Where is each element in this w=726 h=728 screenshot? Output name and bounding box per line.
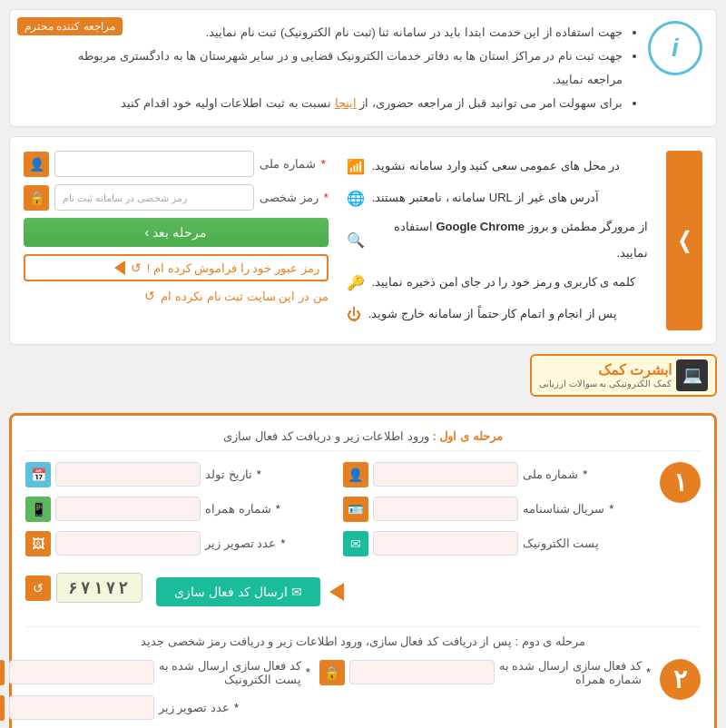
captcha-display: ۶۷۱۷۲ ↺ [25, 573, 142, 603]
step2-grid: * کد فعال سازی ارسال شده بهشماره همراه 🔒… [0, 659, 651, 721]
wifi-icon: 📶 [347, 151, 365, 182]
password-row: * رمز شخصی 🔒 [24, 184, 329, 211]
lock3-icon: 🔒 [0, 660, 5, 685]
help-logo: 💻 ابشرت کمک کمک الکترونیکی به سوالات ارز… [530, 354, 717, 397]
here-link[interactable]: اینجا [335, 96, 357, 110]
search-icon: 🔍 [347, 224, 365, 256]
step2-content: ۲ * کد فعال سازی ارسال شده بهشماره همراه… [25, 659, 701, 728]
chrome-text: Google Chrome [436, 220, 525, 233]
step1-fields: * شماره ملی 👤 * تاریخ تولد 📅 * سر [25, 462, 651, 615]
arrow-icon [114, 261, 125, 275]
captcha-input-1[interactable] [55, 531, 201, 556]
id-icon: 🪪 [343, 497, 368, 522]
tip-4: کلمه ی کاربری و رمز خود را در جای امن ذخ… [347, 267, 648, 299]
serial-row: * سریال شناسنامه 🪪 [343, 497, 652, 522]
birth-date-row: * تاریخ تولد 📅 [25, 462, 334, 487]
send-code-button[interactable]: ✉ ارسال کد فعال سازی [156, 577, 320, 606]
national-id-input[interactable] [54, 151, 254, 177]
email-row: پست الکترونیک ✉ [343, 531, 652, 556]
national-id-reg-input[interactable] [373, 462, 518, 487]
mobile-label: شماره همراه [205, 502, 271, 516]
lock-icon: 🔒 [24, 185, 49, 211]
submit-button[interactable]: مرحله بعد › [24, 218, 329, 247]
url-icon: 🌐 [347, 182, 365, 214]
key-icon: 🔑 [347, 267, 365, 299]
refresh-icon: ↺ [131, 261, 142, 275]
info-item-1: جهت استفاده از این خدمت ابتدا باید در سا… [55, 21, 623, 44]
help-logo-sub: کمک الکترونیکی به سوالات ارزیابی [539, 379, 672, 389]
info-box: مراجعه کننده محترم i جهت استفاده از این … [9, 9, 717, 127]
activation-code-row: * کد فعال سازی ارسال شده بهپست الکترونیک… [0, 659, 310, 686]
captcha-send-row: ✉ ارسال کد فعال سازی ۶۷۱۷۲ ↺ [25, 570, 651, 606]
tip-2: آدرس های غیر از URL سامانه ، نامعتبر هست… [347, 182, 648, 214]
activation-sent-label: کد فعال سازی ارسال شده بهشماره همراه [499, 659, 642, 686]
user2-icon: 👤 [343, 462, 368, 487]
login-section: ❭ در محل های عمومی سعی کنید وارد سامانه … [9, 136, 717, 345]
tip-5: پس از انجام و اتمام کار حتماً از سامانه … [347, 299, 648, 330]
captcha-label-1: عدد تصویر زیر [205, 536, 276, 550]
email-label: پست الکترونیک [523, 536, 600, 550]
captcha-row-2: * عدد تصویر زیر 🖼 [0, 695, 310, 721]
register-icon: ↺ [144, 289, 155, 303]
sidebar-logo: ❭ [666, 151, 702, 330]
forgot-password-link[interactable]: رمز عبور خود را فراموش کرده ام ! ↺ [24, 254, 329, 281]
national-id-reg-row: * شماره ملی 👤 [343, 462, 652, 487]
help-bar: 💻 ابشرت کمک کمک الکترونیکی به سوالات ارز… [9, 354, 717, 406]
step2-header: مرحله ی دوم : پس از دریافت کد فعال سازی،… [25, 626, 701, 648]
captcha-value: ۶۷۱۷۲ [56, 573, 142, 603]
captcha-icon-1: 🖼 [25, 531, 51, 556]
help-logo-icon: 💻 [676, 359, 708, 391]
registration-section: مرحله ی اول : ورود اطلاعات زیر و دریافت … [9, 413, 717, 728]
national-id-label: شماره ملی [260, 157, 316, 171]
password-label: رمز شخصی [260, 191, 319, 204]
step1-content: ۱ * شماره ملی 👤 * تاریخ تولد 📅 [25, 462, 701, 615]
serial-input[interactable] [373, 497, 518, 521]
email-input[interactable] [373, 531, 518, 556]
activation-code-input[interactable] [9, 660, 154, 684]
step2-fields: * کد فعال سازی ارسال شده بهشماره همراه 🔒… [0, 659, 651, 728]
lock2-icon: 🔒 [319, 660, 345, 685]
mobile-icon: 📱 [25, 497, 51, 522]
info-item-3: برای سهولت امر می توانید قبل از مراجعه ح… [55, 92, 623, 115]
mobile-row: * شماره همراه 📱 [25, 497, 334, 522]
email-icon: ✉ [343, 531, 368, 556]
step1-header: مرحله ی اول : ورود اطلاعات زیر و دریافت … [25, 429, 701, 451]
step1-grid: * شماره ملی 👤 * تاریخ تولد 📅 * سر [25, 462, 651, 556]
serial-label: سریال شناسنامه [523, 502, 605, 516]
activation-sent-input[interactable] [349, 660, 495, 684]
login-form: * شماره ملی 👤 * رمز شخصی 🔒 مرحله بعد › ر… [24, 151, 329, 303]
step1-badge: ۱ [660, 462, 701, 503]
activation-code-label: کد فعال سازی ارسال شده بهپست الکترونیک [159, 659, 301, 686]
step2-sidebar: ۲ [660, 659, 701, 700]
send-btn-row: ✉ ارسال کد فعال سازی [156, 577, 344, 606]
login-tips: در محل های عمومی سعی کنید وارد سامانه نش… [347, 151, 648, 330]
tip-3: از مرورگر مطمئن و بروز Google Chrome است… [347, 214, 648, 266]
user-icon: 👤 [24, 152, 49, 177]
register-link[interactable]: من در این سایت ثبت نام نکرده ام ↺ [24, 289, 329, 303]
birth-date-input[interactable] [55, 462, 201, 487]
info-content: جهت استفاده از این خدمت ابتدا باید در سا… [55, 21, 639, 115]
page-wrapper: مراجعه کننده محترم i جهت استفاده از این … [0, 0, 726, 728]
step1-sidebar: ۱ [660, 462, 701, 503]
captcha-input-2[interactable] [9, 695, 154, 720]
captcha-refresh-btn[interactable]: ↺ [25, 576, 51, 601]
arrow-send [329, 583, 344, 601]
tip-1: در محل های عمومی سعی کنید وارد سامانه نش… [347, 151, 648, 182]
logout-icon: ⏻ [347, 299, 361, 330]
captcha-label-2: عدد تصویر زیر [159, 701, 230, 714]
help-logo-main: ابشرت کمک [539, 361, 672, 379]
birth-date-label: تاریخ تولد [205, 467, 252, 481]
info-item-2: جهت ثبت نام در مراکز استان ها به دفاتر خ… [55, 44, 623, 92]
activation-sent-row: * کد فعال سازی ارسال شده بهشماره همراه 🔒 [319, 659, 651, 686]
info-label: مراجعه کننده محترم [17, 17, 123, 35]
password-input[interactable] [54, 184, 254, 211]
calendar-icon: 📅 [25, 462, 51, 487]
national-id-row: * شماره ملی 👤 [24, 151, 329, 177]
captcha-icon-2: 🖼 [0, 695, 5, 721]
captcha-row-1: * عدد تصویر زیر 🖼 [25, 531, 334, 556]
national-id-reg-label: شماره ملی [523, 467, 579, 481]
mobile-input[interactable] [55, 497, 201, 521]
step2-badge: ۲ [660, 659, 701, 700]
info-icon: i [648, 21, 702, 75]
